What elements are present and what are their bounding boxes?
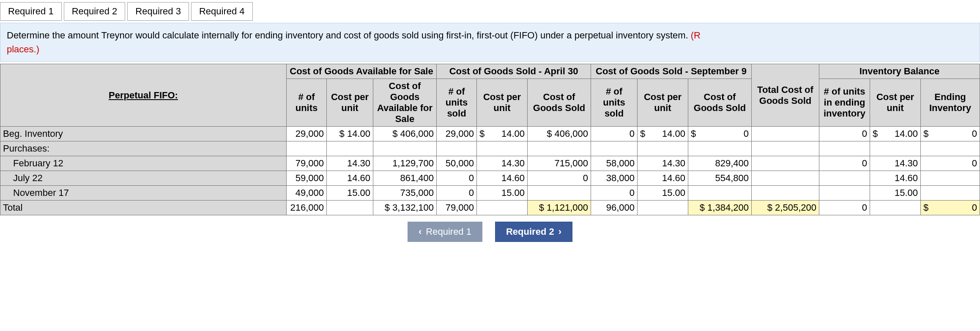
- avail-units-input[interactable]: 216,000: [287, 201, 327, 215]
- cogs1-cpu-input[interactable]: 14.30: [477, 156, 528, 171]
- cogs2-units-input[interactable]: [591, 141, 638, 156]
- avail-total: $ 3,132,100: [373, 201, 437, 215]
- avail-units-input[interactable]: 29,000: [287, 127, 327, 141]
- col-inv-total: Ending Inventory: [921, 79, 980, 127]
- total-cogs: [752, 186, 819, 201]
- cogs1-total: [528, 186, 591, 201]
- inv-total: [921, 141, 980, 156]
- avail-total: $ 406,000: [373, 127, 437, 141]
- avail-cpu-input[interactable]: 15.00: [327, 186, 373, 201]
- cogs2-total: 829,400: [688, 156, 752, 171]
- avail-cpu-input[interactable]: 14.30: [327, 156, 373, 171]
- inv-units-input[interactable]: 0: [819, 201, 870, 215]
- inv-units-input[interactable]: [819, 186, 870, 201]
- group-cogs-april: Cost of Goods Sold - April 30: [437, 64, 591, 79]
- cogs2-units-input[interactable]: 96,000: [591, 201, 638, 215]
- avail-units-input[interactable]: [287, 141, 327, 156]
- cogs1-total: [528, 141, 591, 156]
- cogs1-units-input[interactable]: 0: [437, 186, 477, 201]
- cogs1-total: 0: [528, 171, 591, 186]
- avail-units-input[interactable]: 59,000: [287, 171, 327, 186]
- cogs1-cpu-input[interactable]: [477, 141, 528, 156]
- avail-cpu-input[interactable]: [327, 141, 373, 156]
- cogs1-cpu-input[interactable]: 14.60: [477, 171, 528, 186]
- cogs1-units-input[interactable]: [437, 141, 477, 156]
- cogs1-total: 715,000: [528, 156, 591, 171]
- avail-units-input[interactable]: 49,000: [287, 186, 327, 201]
- inv-cpu-input[interactable]: $14.00: [870, 127, 921, 141]
- cogs2-cpu-input[interactable]: 14.30: [638, 156, 688, 171]
- avail-total: [373, 141, 437, 156]
- fifo-table: Perpetual FIFO: Cost of Goods Available …: [0, 64, 980, 215]
- cogs2-units-input[interactable]: 0: [591, 127, 638, 141]
- cogs1-total: $ 406,000: [528, 127, 591, 141]
- cogs1-cpu-input[interactable]: 15.00: [477, 186, 528, 201]
- total-cogs: [752, 141, 819, 156]
- inv-cpu-input[interactable]: 14.60: [870, 171, 921, 186]
- instruction-red1: (R: [691, 30, 701, 41]
- next-button[interactable]: Required 2 ›: [495, 222, 572, 242]
- avail-total: 1,129,700: [373, 156, 437, 171]
- group-inventory-balance: Inventory Balance: [819, 64, 980, 79]
- avail-cpu-input[interactable]: $ 14.00: [327, 127, 373, 141]
- col-avail-cpu: Cost per unit: [327, 79, 373, 127]
- col-inv-units: # of units in ending inventory: [819, 79, 870, 127]
- tab-required-1[interactable]: Required 1: [0, 2, 62, 21]
- tab-required-3[interactable]: Required 3: [127, 2, 189, 21]
- tab-required-2[interactable]: Required 2: [64, 2, 126, 21]
- cogs2-cpu-input[interactable]: 14.60: [638, 171, 688, 186]
- col-total-cogs: Total Cost of Goods Sold: [752, 64, 819, 127]
- total-cogs: [752, 171, 819, 186]
- avail-cpu-input[interactable]: [327, 201, 373, 215]
- inv-units-input[interactable]: 0: [819, 127, 870, 141]
- inv-cpu-input[interactable]: 14.30: [870, 156, 921, 171]
- inv-cpu-input[interactable]: [870, 201, 921, 215]
- cogs2-cpu-input[interactable]: 15.00: [638, 186, 688, 201]
- nav-buttons: ‹ Required 1 Required 2 ›: [0, 222, 980, 242]
- cogs2-total: $ 1,384,200: [688, 201, 752, 215]
- cogs2-total: 554,800: [688, 171, 752, 186]
- inv-total: [921, 186, 980, 201]
- cogs2-total: [688, 141, 752, 156]
- cogs1-units-input[interactable]: 50,000: [437, 156, 477, 171]
- row-label: July 22: [0, 171, 287, 186]
- inv-units-input[interactable]: [819, 141, 870, 156]
- avail-units-input[interactable]: 79,000: [287, 156, 327, 171]
- cogs1-units-input[interactable]: 0: [437, 171, 477, 186]
- total-cogs: [752, 127, 819, 141]
- cogs1-cpu-input[interactable]: $14.00: [477, 127, 528, 141]
- col-cogs1-total: Cost of Goods Sold: [528, 79, 591, 127]
- cogs2-cpu-input[interactable]: [638, 201, 688, 215]
- cogs1-units-input[interactable]: 29,000: [437, 127, 477, 141]
- group-cogs-sept: Cost of Goods Sold - September 9: [591, 64, 752, 79]
- prev-button: ‹ Required 1: [408, 222, 482, 242]
- avail-total: 861,400: [373, 171, 437, 186]
- instruction-panel: Determine the amount Treynor would calcu…: [0, 23, 980, 62]
- row-label: Total: [0, 201, 287, 215]
- col-cogs1-units: # of units sold: [437, 79, 477, 127]
- total-cogs: $ 2,505,200: [752, 201, 819, 215]
- total-cogs: [752, 156, 819, 171]
- cogs2-units-input[interactable]: 58,000: [591, 156, 638, 171]
- inv-total: $0: [921, 201, 980, 215]
- col-cogs1-cpu: Cost per unit: [477, 79, 528, 127]
- next-label: Required 2: [506, 226, 554, 237]
- row-label: February 12: [0, 156, 287, 171]
- col-cogs2-units: # of units sold: [591, 79, 638, 127]
- cogs2-cpu-input[interactable]: $14.00: [638, 127, 688, 141]
- cogs2-cpu-input[interactable]: [638, 141, 688, 156]
- inv-cpu-input[interactable]: [870, 141, 921, 156]
- cogs2-total: [688, 186, 752, 201]
- avail-total: 735,000: [373, 186, 437, 201]
- inv-units-input[interactable]: 0: [819, 156, 870, 171]
- cogs1-cpu-input[interactable]: [477, 201, 528, 215]
- tab-required-4[interactable]: Required 4: [191, 2, 253, 21]
- cogs1-units-input[interactable]: 79,000: [437, 201, 477, 215]
- inv-total: $0: [921, 127, 980, 141]
- inv-cpu-input[interactable]: 15.00: [870, 186, 921, 201]
- prev-label: Required 1: [426, 226, 471, 237]
- avail-cpu-input[interactable]: 14.60: [327, 171, 373, 186]
- cogs2-units-input[interactable]: 0: [591, 186, 638, 201]
- cogs2-units-input[interactable]: 38,000: [591, 171, 638, 186]
- inv-units-input[interactable]: [819, 171, 870, 186]
